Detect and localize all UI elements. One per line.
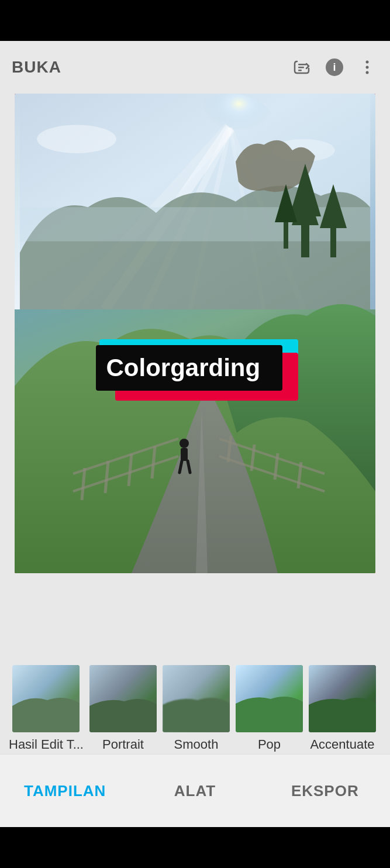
filter-thumb-5	[309, 665, 376, 732]
filter-strip: Hasil Edit T... Portrait	[0, 655, 390, 754]
svg-point-7	[366, 71, 369, 74]
info-icon[interactable]: i	[323, 56, 346, 78]
filter-item-2[interactable]: Portrait	[89, 665, 157, 752]
bottom-status-bar	[0, 827, 390, 868]
filter-label-4: Pop	[258, 737, 281, 752]
overlay-black-box: Colorgarding	[96, 345, 283, 391]
app-header: BUKA i	[0, 41, 390, 94]
nav-ekspor[interactable]: EKSPOR	[260, 755, 390, 827]
overlay-main-text: Colorgarding	[106, 354, 261, 382]
more-options-icon[interactable]	[356, 56, 378, 78]
filter-label-3: Smooth	[174, 737, 219, 752]
nav-ekspor-label: EKSPOR	[291, 782, 359, 800]
nav-alat[interactable]: ALAT	[130, 755, 260, 827]
filter-item-3[interactable]: Smooth	[163, 665, 230, 752]
image-landscape	[15, 94, 375, 573]
svg-point-5	[366, 61, 369, 64]
layers-icon[interactable]	[291, 56, 313, 78]
svg-rect-1	[298, 67, 304, 68]
svg-text:i: i	[333, 61, 336, 73]
filter-item-5[interactable]: Accentuate	[309, 665, 376, 752]
top-status-bar	[0, 0, 390, 41]
filter-label-1: Hasil Edit T...	[9, 737, 84, 752]
image-text-overlay: Colorgarding	[96, 343, 295, 398]
filter-item-1[interactable]: Hasil Edit T...	[9, 665, 84, 752]
filter-thumb-1	[12, 665, 80, 732]
filter-label-2: Portrait	[102, 737, 144, 752]
svg-marker-40	[320, 184, 347, 228]
svg-point-6	[366, 66, 369, 69]
filter-item-4[interactable]: Pop	[236, 665, 303, 752]
filter-thumb-4	[236, 665, 303, 732]
header-actions: i	[291, 56, 378, 78]
main-image: Colorgarding	[15, 94, 375, 573]
nav-tampilan-label: TAMPILAN	[24, 782, 106, 800]
bottom-nav: TAMPILAN ALAT EKSPOR	[0, 754, 390, 827]
svg-rect-2	[298, 70, 302, 71]
filter-thumb-3	[163, 665, 230, 732]
filter-thumb-2	[89, 665, 157, 732]
open-button[interactable]: BUKA	[12, 58, 61, 77]
filter-label-5: Accentuate	[310, 737, 374, 752]
nav-tampilan[interactable]: TAMPILAN	[0, 755, 130, 827]
svg-point-31	[180, 439, 189, 448]
nav-alat-label: ALAT	[174, 782, 216, 800]
svg-rect-32	[181, 448, 188, 461]
svg-rect-0	[298, 64, 306, 66]
